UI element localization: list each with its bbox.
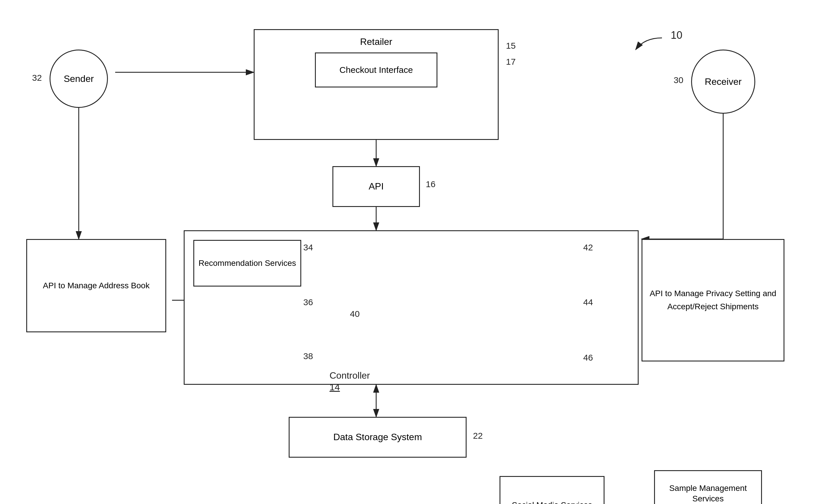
checkout-interface-box: Checkout Interface [315, 52, 438, 87]
recommendation-services-box: Recommendation Services [193, 240, 301, 287]
controller-id: 14 [329, 382, 340, 393]
api-privacy-label: API to Manage Privacy Setting and Accept… [645, 287, 781, 313]
retailer-box: Retailer Checkout Interface [254, 29, 499, 140]
address-book-services-id: 38 [303, 351, 313, 361]
data-storage-label: Data Storage System [333, 431, 422, 443]
receiver-id: 30 [674, 75, 683, 85]
api-privacy-box: API to Manage Privacy Setting and Accept… [642, 239, 784, 361]
retailer-label: Retailer [360, 36, 392, 48]
retailer-id: 15 [506, 41, 516, 51]
permission-privacy-id: 46 [583, 353, 593, 363]
api-address-book-label: API to Manage Address Book [43, 280, 150, 292]
recommendation-id: 34 [303, 243, 313, 252]
checkout-interface-id: 17 [506, 57, 516, 67]
checkout-interface-label: Checkout Interface [339, 64, 413, 75]
advertisement-id: 36 [303, 297, 313, 307]
receiver-node: Receiver [691, 50, 755, 114]
sender-id: 32 [32, 73, 42, 83]
curved-arrow-icon [627, 35, 680, 58]
data-storage-box: Data Storage System [289, 417, 467, 458]
recommendation-services-label: Recommendation Services [199, 258, 296, 268]
sender-label: Sender [64, 73, 94, 84]
api-address-book-box: API to Manage Address Book [26, 239, 166, 332]
sender-node: Sender [50, 50, 108, 108]
diagram-container: 10 Sender 32 Retailer Checkout Interface… [0, 0, 820, 504]
social-media-services-box: Social Media Services [500, 476, 605, 504]
sample-management-services-label: Sample Management Services [658, 483, 758, 504]
alert-services-id: 44 [583, 297, 593, 307]
api-top-id: 16 [426, 179, 436, 189]
sample-management-id: 42 [583, 243, 593, 252]
api-top-label: API [368, 180, 384, 193]
controller-box: Recommendation Services Advertisement Se… [184, 230, 639, 385]
controller-label: Controller [329, 370, 370, 381]
social-media-services-label: Social Media Services [512, 500, 592, 504]
data-storage-id: 22 [473, 431, 483, 441]
receiver-label: Receiver [705, 76, 742, 87]
sample-management-services-box: Sample Management Services [654, 470, 762, 504]
social-media-id: 40 [350, 309, 359, 319]
api-top-box: API [332, 166, 420, 207]
